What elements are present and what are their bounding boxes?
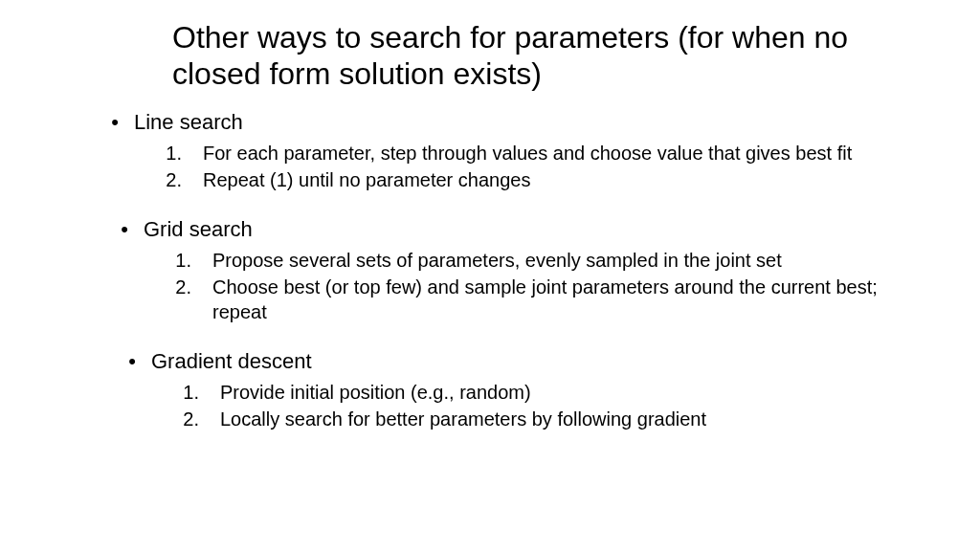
- item-number: 1.: [163, 248, 201, 273]
- section-grid-search: • Grid search 1. Propose several sets of…: [105, 217, 894, 324]
- item-text: Propose several sets of parameters, even…: [201, 248, 894, 273]
- section-header: • Grid search: [105, 217, 894, 242]
- section-line-search: • Line search 1. For each parameter, ste…: [96, 110, 894, 192]
- item-text: For each parameter, step through values …: [191, 141, 894, 165]
- bullet-icon: •: [96, 110, 134, 135]
- list-item: 1. Provide initial position (e.g., rando…: [113, 380, 894, 405]
- section-title-text: Line search: [134, 110, 894, 135]
- item-number: 1.: [170, 380, 209, 405]
- section-title-text: Grid search: [144, 217, 894, 242]
- list-item: 2. Choose best (or top few) and sample j…: [105, 275, 894, 324]
- item-text: Choose best (or top few) and sample join…: [201, 275, 894, 324]
- section-title-text: Gradient descent: [151, 349, 894, 374]
- section-gradient-descent: • Gradient descent 1. Provide initial po…: [113, 349, 894, 431]
- slide-title: Other ways to search for parameters (for…: [172, 19, 894, 93]
- section-header: • Line search: [96, 110, 894, 135]
- list-item: 1. Propose several sets of parameters, e…: [105, 248, 894, 273]
- item-text: Provide initial position (e.g., random): [209, 380, 894, 405]
- list-item: 2. Repeat (1) until no parameter changes: [96, 167, 894, 192]
- section-header: • Gradient descent: [113, 349, 894, 374]
- list-item: 2. Locally search for better parameters …: [113, 407, 894, 431]
- item-number: 2.: [153, 167, 191, 192]
- bullet-icon: •: [113, 349, 151, 374]
- bullet-icon: •: [105, 217, 144, 242]
- item-number: 2.: [163, 275, 201, 324]
- item-number: 1.: [153, 141, 191, 165]
- list-item: 1. For each parameter, step through valu…: [96, 141, 894, 165]
- item-number: 2.: [170, 407, 209, 431]
- item-text: Repeat (1) until no parameter changes: [191, 167, 894, 192]
- item-text: Locally search for better parameters by …: [209, 407, 894, 431]
